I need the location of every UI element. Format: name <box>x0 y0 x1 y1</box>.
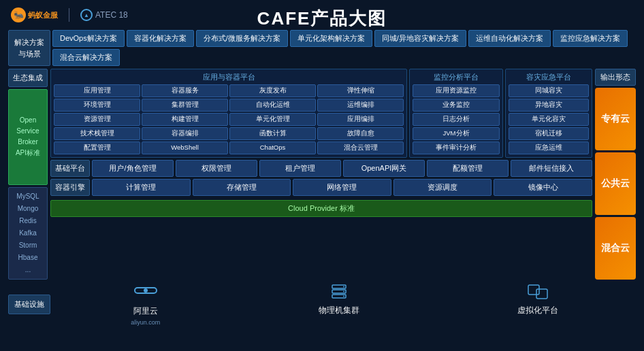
db-items: MySQL Mongo Redis Kafka Storm Hbase ... <box>8 187 48 280</box>
center-main: 应用与容器平台 应用管理 容器服务 灰度发布 弹性伸缩 环境管理 集群管理 自动… <box>50 69 592 280</box>
db-storm: Storm <box>12 239 44 252</box>
cell-container-svc: 容器服务 <box>142 84 228 97</box>
solution-disaster: 同城/异地容灾解决方案 <box>374 30 466 47</box>
infra-physical: 物理机集群 <box>319 282 359 326</box>
cell-gray-deploy: 灰度发布 <box>229 84 316 97</box>
svg-rect-8 <box>528 285 539 295</box>
right-sidebar: 输出形态 专有云 公共云 混合云 <box>595 69 636 280</box>
found-tenant: 租户管理 <box>259 160 341 177</box>
output-label: 输出形态 <box>595 69 636 86</box>
container-items: 计算管理 存储管理 网络管理 资源调度 镜像中心 <box>92 179 592 196</box>
disaster-remote: 异地容灾 <box>509 99 589 112</box>
infra-aliyun: 阿里云 aliyun.com <box>131 282 160 326</box>
app-platform-title: 应用与容器平台 <box>54 72 404 82</box>
public-cloud: 公共云 <box>595 152 636 215</box>
aliyun-icon <box>133 282 158 303</box>
cell-env-mgmt: 环境管理 <box>54 99 140 112</box>
cell-elastic: 弹性伸缩 <box>317 84 404 97</box>
db-more: ... <box>12 264 44 276</box>
header: 🐜 蚂蚁金服 ▲ ATEC 18 CAFE产品大图 <box>0 0 644 30</box>
atec-icon: ▲ <box>80 9 93 21</box>
solution-unit: 单元化架构解决方案 <box>290 30 372 47</box>
disaster-same-city: 同城容灾 <box>509 84 589 97</box>
solution-row: 解决方案与场景 DevOps解决方案 容器化解决方案 分布式/微服务解决方案 单… <box>8 30 636 66</box>
cell-res-mgmt: 资源管理 <box>54 113 140 126</box>
app-container-platform: 应用与容器平台 应用管理 容器服务 灰度发布 弹性伸缩 环境管理 集群管理 自动… <box>50 69 407 158</box>
cell-hybrid-cloud-mgmt: 混合云管理 <box>317 141 404 154</box>
monitor-audit: 事件审计分析 <box>413 141 500 154</box>
solution-microservice: 分布式/微服务解决方案 <box>196 30 288 47</box>
foundation-items: 用户/角色管理 权限管理 租户管理 OpenAPI网关 配额管理 邮件短信接入 <box>92 160 592 177</box>
cell-chatops: ChatOps <box>229 141 316 154</box>
monitor-jvm: JVM分析 <box>413 127 500 140</box>
found-user: 用户/角色管理 <box>92 160 174 177</box>
disaster-unit: 单元化容灾 <box>509 113 589 126</box>
solution-ops: 运维自动化解决方案 <box>468 30 551 47</box>
cell-tech-stack: 技术栈管理 <box>54 127 140 140</box>
solution-items: DevOps解决方案 容器化解决方案 分布式/微服务解决方案 单元化架构解决方案… <box>52 30 636 66</box>
svg-point-6 <box>343 291 344 292</box>
container-image: 镜像中心 <box>494 179 592 196</box>
foundation-row: 基础平台 用户/角色管理 权限管理 租户管理 OpenAPI网关 配额管理 邮件… <box>50 160 592 177</box>
db-hbase: Hbase <box>12 252 44 264</box>
middle-section: 生态集成 Open Service Broker API标准 MySQL Mon… <box>8 69 636 280</box>
cell-func-calc: 函数计算 <box>229 127 316 140</box>
ant-financial-logo: 🐜 蚂蚁金服 <box>11 7 58 22</box>
left-sidebar: 生态集成 Open Service Broker API标准 MySQL Mon… <box>8 69 48 280</box>
open-text: Open <box>12 115 44 126</box>
cloud-provider-bar: Cloud Provider 标准 <box>50 200 592 217</box>
virtual-label: 虚拟化平台 <box>517 305 558 316</box>
svg-point-7 <box>343 296 344 297</box>
container-storage: 存储管理 <box>193 179 291 196</box>
svg-rect-9 <box>536 289 547 299</box>
monitor-title: 监控分析平台 <box>413 72 500 82</box>
db-mongo: Mongo <box>12 203 44 215</box>
found-perm: 权限管理 <box>176 160 257 177</box>
monitor-app-res: 应用资源监控 <box>413 84 500 97</box>
container-network: 网络管理 <box>293 179 391 196</box>
service-text: Service <box>12 126 44 137</box>
infra-label: 基础设施 <box>8 295 50 314</box>
cell-build-mgmt: 构建管理 <box>142 113 228 126</box>
cell-cluster-mgmt: 集群管理 <box>142 99 228 112</box>
ecosystem-label: 生态集成 <box>8 69 48 87</box>
svg-point-1 <box>144 288 148 292</box>
disaster-ops: 应急运维 <box>509 141 589 154</box>
svg-point-5 <box>343 286 344 288</box>
foundation-label: 基础平台 <box>50 160 90 177</box>
container-compute: 计算管理 <box>92 179 191 196</box>
container-resource: 资源调度 <box>393 179 492 196</box>
found-api: OpenAPI网关 <box>343 160 425 177</box>
container-row: 容器引擎 计算管理 存储管理 网络管理 资源调度 镜像中心 <box>50 179 592 196</box>
atec-logo: ▲ ATEC 18 <box>80 9 128 21</box>
ant-label: 蚂蚁金服 <box>28 10 58 20</box>
virtual-icon <box>526 282 550 303</box>
solution-container: 容器化解决方案 <box>127 30 194 47</box>
logo-area: 🐜 蚂蚁金服 ▲ ATEC 18 <box>11 7 128 22</box>
header-divider <box>69 8 69 22</box>
cell-webshell: WebShell <box>142 141 228 154</box>
aliyun-label: 阿里云 <box>133 305 158 317</box>
cell-ops-arrange: 运维编排 <box>317 99 404 112</box>
monitor-biz: 业务监控 <box>413 99 500 112</box>
db-mysql: MySQL <box>12 190 44 203</box>
private-cloud: 专有云 <box>595 88 636 150</box>
top-section: 应用与容器平台 应用管理 容器服务 灰度发布 弹性伸缩 环境管理 集群管理 自动… <box>50 69 592 158</box>
physical-label: 物理机集群 <box>319 305 359 316</box>
infra-items: 阿里云 aliyun.com 物理机集群 <box>53 282 636 326</box>
ant-icon: 🐜 <box>11 7 26 22</box>
infra-virtual: 虚拟化平台 <box>517 282 558 326</box>
physical-icon <box>327 282 351 303</box>
solution-devops: DevOps解决方案 <box>52 30 125 47</box>
disaster-platform: 容灾应急平台 同城容灾 异地容灾 单元化容灾 宿机迁移 应急运维 <box>505 69 592 158</box>
aliyun-sub: aliyun.com <box>131 319 160 326</box>
disaster-grid: 同城容灾 异地容灾 单元化容灾 宿机迁移 应急运维 <box>509 84 589 154</box>
main-content: 解决方案与场景 DevOps解决方案 容器化解决方案 分布式/微服务解决方案 单… <box>0 30 644 351</box>
solution-label-text: 解决方案与场景 <box>14 37 44 59</box>
cell-auto-ops: 自动化运维 <box>229 99 316 112</box>
cell-app-arrange: 应用编排 <box>317 113 404 126</box>
hybrid-cloud-output: 混合云 <box>595 217 636 280</box>
app-platform-grid: 应用管理 容器服务 灰度发布 弹性伸缩 环境管理 集群管理 自动化运维 运维编排… <box>54 84 404 154</box>
db-redis: Redis <box>12 215 44 227</box>
found-email: 邮件短信接入 <box>511 160 592 177</box>
